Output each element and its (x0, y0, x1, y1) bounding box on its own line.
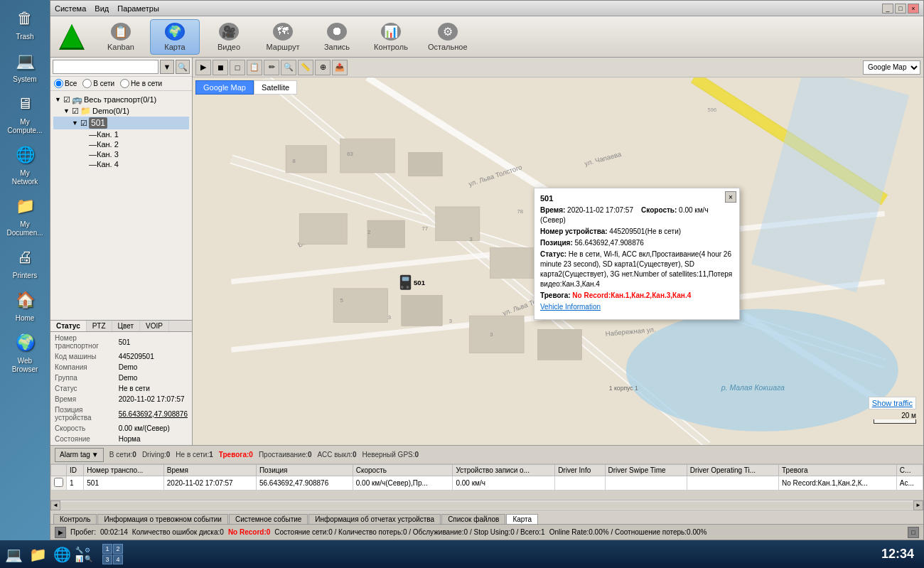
app-num-4[interactable]: 4 (113, 554, 123, 564)
path-btn[interactable]: 📋 (247, 60, 262, 75)
tab-status[interactable]: Статус (50, 321, 87, 331)
measure-btn[interactable]: 📏 (298, 60, 313, 75)
scroll-right-btn[interactable]: ► (913, 500, 923, 510)
demo-icon: 📁 (80, 106, 91, 116)
close-button[interactable]: × (908, 4, 919, 14)
stop-btn[interactable]: ⏹ (213, 60, 228, 75)
row-checkbox[interactable] (51, 476, 67, 491)
row-c: Ас... (896, 476, 923, 491)
draw-btn[interactable]: ✏ (264, 60, 279, 75)
popup-device-value: 445209501(Не в сети) (609, 227, 681, 235)
desktop-icon-printers[interactable]: 🖨 Printers (2, 245, 48, 280)
popup-close-btn[interactable]: × (725, 191, 736, 203)
maximize-button[interactable]: □ (895, 4, 906, 14)
show-traffic-btn[interactable]: Show traffic (869, 397, 916, 409)
app-num-1[interactable]: 1 (102, 544, 112, 554)
svg-rect-27 (402, 295, 442, 326)
nav-video[interactable]: 🎥 Видео (204, 19, 254, 55)
expand-icon: ▼ (72, 119, 80, 127)
ch4-icon: ― (89, 160, 97, 168)
rect-btn[interactable]: □ (230, 60, 245, 75)
menu-system[interactable]: Система (55, 4, 86, 13)
desktop-icon-mynetwork[interactable]: 🌐 MyNetwork (2, 142, 48, 186)
search-input[interactable] (53, 60, 159, 74)
info-value: Demo (116, 373, 190, 382)
desktop-icon-home[interactable]: 🏠 Home (2, 287, 48, 323)
desktop-icon-mydocuments[interactable]: 📁 MyDocumen... (2, 193, 48, 237)
desktop-icon-system[interactable]: 💻 System (2, 48, 48, 84)
nav-record[interactable]: ⏺ Запись (312, 19, 362, 55)
tab-system-event[interactable]: Системное событие (229, 514, 308, 524)
taskbar-icon-3[interactable]: 🌐 (51, 544, 72, 565)
scale-label: 20 м (874, 412, 916, 419)
tree-item-ch2[interactable]: ― Кан. 2 (53, 139, 189, 149)
tab-map[interactable]: Карта (506, 514, 538, 524)
alarm-tag-btn[interactable]: Alarm tag ▼ (55, 448, 104, 462)
nav-kanban[interactable]: 📋 Kanban (96, 19, 146, 55)
play-btn[interactable]: ▶ (195, 60, 211, 75)
popup-time-value: 2020-11-02 17:07:57 (567, 206, 633, 214)
tab-device-reports[interactable]: Информация об отчетах устройства (308, 514, 441, 524)
desktop-icon-trash[interactable]: 🗑 Trash (2, 6, 48, 41)
search-execute-btn[interactable]: 🔍 (176, 60, 190, 74)
browser-icon: 🌍 (12, 330, 38, 355)
tree-item-demo[interactable]: ▼ ☑ 📁 Demo(0/1) (53, 105, 189, 117)
mynetwork-label: MyNetwork (12, 169, 38, 186)
tab-ptz[interactable]: PTZ (87, 321, 112, 331)
tree-item-ch4[interactable]: ― Кан. 4 (53, 159, 189, 169)
tree-item-ch3[interactable]: ― Кан. 3 (53, 149, 189, 159)
scroll-left-btn[interactable]: ◄ (50, 500, 60, 510)
nav-map[interactable]: 🌍 Карта (150, 19, 200, 55)
tab-voip[interactable]: VOIP (140, 321, 169, 331)
info-row-vehicle-num: Номер транспортног 501 (52, 333, 190, 350)
radio-all[interactable]: Все (54, 79, 77, 88)
svg-rect-30 (470, 316, 525, 353)
info-value: Не в сети (116, 384, 190, 393)
info-value: Норма (116, 434, 190, 444)
desktop-icon-webbrowser[interactable]: 🌍 WebBrowser (2, 330, 48, 374)
ch1-icon: ― (89, 130, 97, 139)
no-record-status: No Record:0 (228, 528, 270, 536)
nav-route[interactable]: 🗺 Маршрут (258, 19, 308, 55)
radio-offline[interactable]: Не в сети (120, 79, 162, 88)
zoom-btn[interactable]: 🔍 (281, 60, 296, 75)
menu-view[interactable]: Вид (95, 4, 109, 13)
taskbar-icon-4[interactable]: 🔧 ⚙ 📊 🔍 (75, 544, 97, 565)
home-icon: 🏠 (12, 287, 38, 313)
desktop-icon-mycomputer[interactable]: 🖥 MyCompute... (2, 91, 48, 135)
taskbar-icon-1[interactable]: 💻 (3, 544, 24, 565)
tab-control[interactable]: Контроль (53, 514, 97, 524)
menu-params[interactable]: Параметры (117, 4, 159, 13)
nav-other[interactable]: ⚙ Остальное (420, 19, 476, 55)
tab-color[interactable]: Цвет (112, 321, 140, 331)
app-num-3[interactable]: 3 (102, 554, 112, 564)
popup-direction: (Север) (540, 216, 566, 224)
map-area[interactable]: ▶ ⏹ □ 📋 ✏ 🔍 📏 ⊕ 📤 Google Map Satellite (193, 58, 923, 445)
app-num-2[interactable]: 2 (113, 544, 123, 554)
tab-file-list[interactable]: Список файлов (441, 514, 505, 524)
gmap-tab-map[interactable]: Google Map (195, 80, 254, 95)
gmap-tab-satellite[interactable]: Satellite (254, 80, 297, 95)
tree-item-ch1[interactable]: ― Кан. 1 (53, 129, 189, 139)
printers-icon: 🖨 (12, 245, 38, 270)
vehicle-info-link[interactable]: Vehicle Information (540, 303, 601, 311)
tree-item-all-transport[interactable]: ▼ ☑ 🚌 Весь транспорт(0/1) (53, 94, 189, 105)
info-position-link[interactable]: 56.643692,47.908876 (116, 405, 190, 422)
map-type-select[interactable]: Google Map Satellite (863, 60, 920, 75)
info-value: Demo (116, 363, 190, 372)
nav-monitor[interactable]: 📊 Контроль (366, 19, 416, 55)
radio-online[interactable]: В сети (82, 79, 114, 88)
tree-item-501[interactable]: ▼ ☑ 501 (53, 117, 189, 129)
ch1-label: Кан. 1 (97, 130, 119, 139)
search-dropdown-btn[interactable]: ▼ (160, 60, 174, 74)
minimize-button[interactable]: _ (882, 4, 893, 14)
tab-alarm-info[interactable]: Информация о тревожном событии (97, 514, 227, 524)
export-btn[interactable]: 📤 (332, 60, 348, 75)
horizontal-scrollbar[interactable]: ◄ ► (50, 500, 923, 510)
scroll-track[interactable] (60, 502, 913, 509)
vehicle-info-table: Номер транспортног 501 Код машины 445209… (50, 332, 192, 445)
taskbar-icon-2[interactable]: 📁 (27, 544, 48, 565)
svg-point-51 (406, 286, 409, 289)
table-row[interactable]: 1 501 2020-11-02 17:07:57 56.643692,47.9… (51, 476, 923, 491)
add-btn[interactable]: ⊕ (315, 60, 331, 75)
